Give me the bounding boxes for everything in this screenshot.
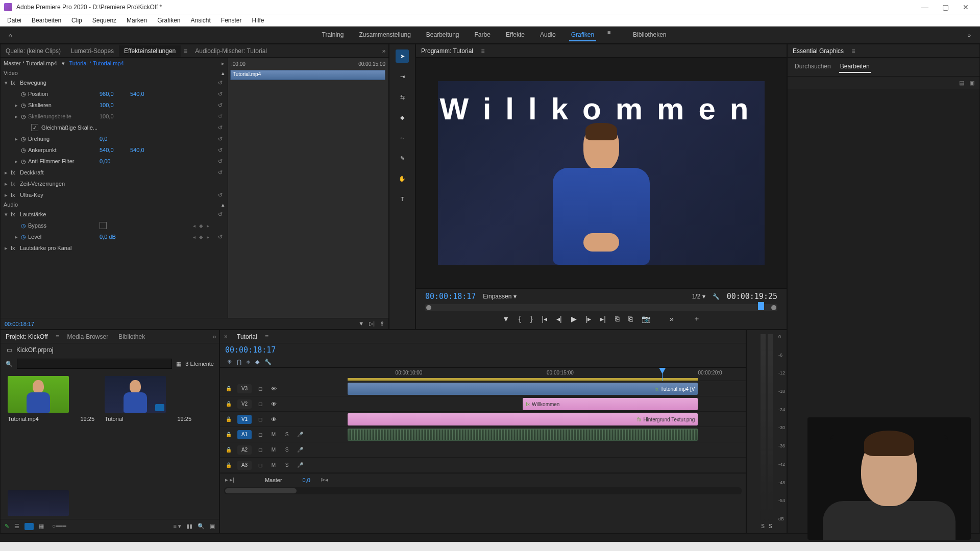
effect-mini-timeline[interactable]: :00:00 00:00:15:00 Tutorial.mp4: [228, 58, 388, 318]
lane-a3[interactable]: [348, 458, 746, 473]
play-only-icon[interactable]: ▷|: [369, 320, 375, 327]
ws-tab-farbe[interactable]: Farbe: [473, 29, 493, 41]
settings-icon[interactable]: 🔧: [713, 293, 720, 300]
program-scrubber[interactable]: [425, 304, 777, 311]
reset-icon[interactable]: ↺: [218, 192, 223, 198]
list-view-icon[interactable]: ☰: [14, 523, 19, 530]
lane-v1[interactable]: fxHintergrund Textur.png: [348, 412, 746, 427]
ws-more-icon[interactable]: »: [968, 32, 980, 38]
ws-tab-bibliotheken[interactable]: Bibliotheken: [631, 29, 668, 41]
drehung-value[interactable]: 0,0: [100, 136, 130, 142]
menu-grafiken[interactable]: Grafiken: [152, 16, 185, 25]
stopwatch-icon[interactable]: ◷: [21, 222, 28, 229]
position-y[interactable]: 540,0: [130, 91, 161, 97]
reset-icon[interactable]: ↺: [218, 158, 223, 165]
mark-in-button[interactable]: {: [519, 315, 521, 323]
reset-icon[interactable]: ↺: [218, 169, 223, 176]
ec-timecode[interactable]: 00:00:18:17: [5, 321, 34, 327]
antiflimmer-value[interactable]: 0,00: [100, 158, 130, 164]
go-to-out-button[interactable]: ▸|: [600, 315, 606, 323]
project-item[interactable]: Tutorial.mp419:25: [8, 376, 94, 482]
program-menu-icon[interactable]: ≡: [478, 47, 487, 55]
reset-icon[interactable]: ↺: [218, 147, 223, 154]
home-button[interactable]: ⌂: [0, 32, 20, 38]
tab-audio-mixer[interactable]: Audioclip-Mischer: Tutorial: [190, 45, 272, 57]
menu-fenster[interactable]: Fenster: [216, 16, 247, 25]
keyframe-nav[interactable]: ◂ ◆ ▸: [193, 223, 210, 229]
skalieren-value[interactable]: 100,0: [100, 102, 130, 108]
extract-button[interactable]: ⎗: [628, 315, 632, 323]
maximize-button[interactable]: ▢: [935, 3, 955, 11]
tab-effect-controls[interactable]: Effekteinstellungen: [119, 45, 181, 57]
keyframe-nav[interactable]: ◂ ◆ ▸: [193, 234, 210, 240]
effect-laut-kanal[interactable]: ▸fx Lautstärke pro Kanal: [1, 242, 228, 254]
level-value[interactable]: 0,0 dB: [100, 234, 130, 240]
linked-selection-icon[interactable]: ⎆: [247, 359, 250, 365]
project-menu-icon[interactable]: ≡: [53, 333, 62, 340]
play-button[interactable]: ▶: [571, 315, 577, 323]
tab-lumetri[interactable]: Lumetri-Scopes: [66, 45, 119, 57]
ws-tab-zusammenstellung[interactable]: Zusammenstellung: [357, 29, 412, 41]
anker-x[interactable]: 540,0: [100, 147, 130, 153]
effect-deckkraft[interactable]: ▸fx Deckkraft ↺: [1, 167, 228, 178]
timeline-playhead[interactable]: [662, 368, 663, 381]
close-button[interactable]: ✕: [955, 3, 976, 11]
lane-v3[interactable]: fxTutorial.mp4 [V: [348, 381, 746, 396]
effect-lautstaerke[interactable]: ▾fx Lautstärke ↺: [1, 209, 228, 220]
reset-icon[interactable]: ↺: [218, 80, 223, 86]
menu-bearbeiten[interactable]: Bearbeiten: [27, 16, 66, 25]
effect-ultrakey[interactable]: ▸fx Ultra-Key ↺: [1, 189, 228, 201]
mark-out-button[interactable]: }: [530, 315, 533, 323]
step-back-button[interactable]: ◂|: [556, 315, 562, 323]
freeform-icon[interactable]: ▦: [176, 361, 181, 367]
selection-tool[interactable]: ➤: [396, 49, 409, 63]
stopwatch-icon[interactable]: ◷: [21, 136, 28, 142]
reset-icon[interactable]: ↺: [218, 136, 223, 142]
solo-right[interactable]: S: [769, 523, 772, 529]
pen-tool[interactable]: ✎: [396, 152, 409, 165]
stopwatch-icon[interactable]: ◷: [21, 234, 28, 240]
reset-icon[interactable]: ↺: [218, 102, 223, 109]
clip-v2[interactable]: fxWillkommen: [523, 398, 698, 410]
menu-ansicht[interactable]: Ansicht: [185, 16, 215, 25]
master-value[interactable]: 0,0: [303, 477, 310, 483]
tab-project[interactable]: Projekt: KickOff: [1, 331, 53, 342]
tab-media-browser[interactable]: Media-Browser: [62, 331, 113, 342]
master-track[interactable]: ▸ ▸| Master 0,0 ⊳◂: [220, 473, 746, 486]
sequence-tab[interactable]: Tutorial: [232, 331, 262, 342]
clip-v3[interactable]: fxTutorial.mp4 [V: [348, 383, 698, 395]
panel-overflow-icon[interactable]: »: [379, 47, 388, 55]
settings-icon[interactable]: 🔧: [264, 359, 272, 365]
hand-tool[interactable]: ✋: [396, 172, 409, 185]
ws-overflow-icon[interactable]: ≡: [607, 29, 620, 41]
project-search-input[interactable]: [17, 359, 172, 369]
icon-view-icon[interactable]: [24, 523, 34, 530]
menu-datei[interactable]: Datei: [2, 16, 27, 25]
automate-icon[interactable]: ▮▮: [186, 523, 192, 530]
find-icon[interactable]: 🔍: [198, 523, 205, 530]
pencil-icon[interactable]: ✎: [5, 523, 9, 530]
ws-tab-training[interactable]: Training: [320, 29, 346, 41]
minimize-button[interactable]: —: [915, 3, 935, 11]
track-head-v1[interactable]: 🔒V1◻👁: [220, 412, 348, 427]
timeline-timecode[interactable]: 00:00:18:17: [225, 345, 276, 355]
eg-tab-bearbeiten[interactable]: Bearbeiten: [839, 61, 871, 73]
project-overflow-icon[interactable]: »: [210, 333, 219, 340]
marker-icon[interactable]: ◆: [255, 359, 259, 365]
timeline-ruler[interactable]: 00:00:10:00 00:00:15:00 00:00:20:0: [348, 368, 746, 381]
menu-sequenz[interactable]: Sequenz: [87, 16, 121, 25]
clip-v1[interactable]: fxHintergrund Textur.png: [348, 413, 698, 425]
eg-menu-icon[interactable]: ≡: [849, 47, 858, 55]
project-item[interactable]: [8, 490, 69, 516]
reset-icon[interactable]: ↺: [218, 124, 223, 131]
menu-clip[interactable]: Clip: [66, 16, 87, 25]
zoom-dropdown[interactable]: 1/2 ▾: [692, 293, 705, 300]
eg-tab-durchsuchen[interactable]: Durchsuchen: [794, 61, 832, 73]
new-bin-icon[interactable]: ▣: [210, 523, 215, 530]
uniform-scale-checkbox[interactable]: [31, 124, 38, 131]
track-head-a1[interactable]: 🔒A1◻MS🎤: [220, 427, 348, 442]
tab-bibliothek[interactable]: Bibliothek: [113, 331, 150, 342]
effect-bewegung[interactable]: ▾fx Bewegung ↺: [1, 77, 228, 88]
essential-graphics-title[interactable]: Essential Graphics: [788, 45, 849, 57]
playhead-marker[interactable]: [758, 302, 764, 310]
